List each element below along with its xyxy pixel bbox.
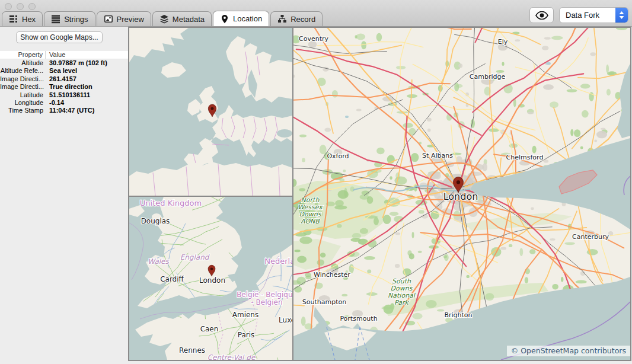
table-row[interactable]: Latitude 51.510136111 — [0, 91, 128, 99]
table-row[interactable]: Image Directi... True direction — [0, 83, 128, 91]
metadata-layers-icon — [159, 14, 169, 24]
hex-grid-icon — [9, 14, 18, 24]
table-row[interactable]: Altitude Refe... Sea level — [0, 67, 128, 75]
map-label: AONB — [301, 218, 320, 225]
tab-hex[interactable]: Hex — [2, 11, 43, 26]
minimize-button[interactable] — [17, 3, 24, 10]
map-label: Rennes — [179, 346, 205, 355]
tab-record[interactable]: Record — [270, 11, 323, 26]
map-label: Brighton — [444, 311, 472, 319]
value-cell: -0.14 — [46, 99, 64, 107]
value-cell: Sea level — [46, 67, 77, 75]
map-label: Coventry — [299, 35, 328, 43]
property-cell: Image Directi... — [0, 83, 46, 91]
tab-location[interactable]: Location — [213, 11, 269, 26]
property-cell: Latitude — [0, 91, 46, 99]
show-on-google-maps-button[interactable]: Show on Google Maps... — [16, 31, 103, 43]
map-label: Winchester — [314, 271, 350, 279]
map-label: Ely — [498, 38, 508, 46]
map-overview-europe[interactable] — [129, 28, 292, 196]
property-cell: Image Directi... — [0, 75, 46, 83]
popup-stepper-icon — [615, 8, 628, 23]
table-header-row: Property Value — [0, 51, 128, 59]
table-row[interactable]: Image Directi... 261.4157 — [0, 75, 128, 83]
location-sidebar: Show on Google Maps... Property Value Al… — [0, 27, 128, 364]
property-table: Property Value Altitude 30.97887 m (102 … — [0, 51, 128, 115]
table-row[interactable]: Altitude 30.97887 m (102 ft) — [0, 59, 128, 67]
map-label: Cambridge — [470, 73, 506, 81]
toolbar: Data Fork — [529, 7, 628, 23]
tab-label: Strings — [64, 15, 88, 24]
tab-label: Location — [233, 14, 262, 23]
map-label: Canterbury — [572, 233, 609, 241]
value-cell: 261.4157 — [46, 75, 76, 83]
property-cell: Longitude — [0, 99, 46, 107]
tab-bar: Hex Strings Preview Metadata — [2, 11, 324, 26]
map-label: Oxford — [327, 152, 349, 160]
eye-icon — [535, 11, 548, 20]
value-cell: 11:04:47 (UTC) — [46, 107, 94, 114]
map-label: Luxem — [279, 316, 292, 324]
property-column-header[interactable]: Property — [0, 51, 46, 59]
map-label: Chelmsford — [506, 154, 544, 161]
value-cell: 30.97887 m (102 ft) — [46, 59, 107, 67]
traffic-lights — [5, 3, 36, 10]
value-column-header[interactable]: Value — [46, 51, 65, 59]
map-label: Nederland — [264, 257, 292, 266]
property-cell: Altitude Refe... — [0, 67, 46, 75]
map-label: London — [199, 276, 225, 285]
tab-label: Metadata — [173, 15, 205, 24]
map-label: Wales — [148, 257, 169, 266]
property-cell: Altitude — [0, 59, 46, 67]
map-label: - Belgien — [251, 298, 282, 306]
preview-image-icon — [104, 14, 113, 24]
value-cell: True direction — [46, 83, 92, 91]
property-cell: Time Stamp — [0, 107, 46, 114]
tab-metadata[interactable]: Metadata — [152, 11, 212, 26]
map-label: Southampton — [302, 298, 346, 306]
fork-selector[interactable]: Data Fork — [559, 7, 628, 23]
table-row[interactable]: Time Stamp 11:04:47 (UTC) — [0, 107, 128, 114]
strings-lines-icon — [51, 14, 60, 24]
tab-strings[interactable]: Strings — [44, 11, 95, 26]
record-tree-icon — [277, 14, 287, 24]
map-label: Douglas — [141, 217, 170, 225]
map-label: Portsmouth — [340, 315, 377, 323]
map-label: Cardiff — [160, 275, 184, 283]
map-label: Amiens — [232, 311, 258, 319]
preview-eye-button[interactable] — [529, 7, 554, 23]
map-label: België - Belgique — [237, 290, 292, 299]
map-main-london[interactable]: Coventry Ely Cambridge Oxford St Albans … — [293, 28, 630, 360]
fork-selector-value: Data Fork — [566, 11, 599, 20]
map-label: St Albans — [422, 152, 453, 159]
tab-label: Hex — [22, 15, 36, 24]
osm-attribution[interactable]: © OpenStreetMap contributors — [507, 346, 630, 356]
map-overview-england[interactable]: United Kingdom Douglas Wales England Car… — [129, 197, 292, 360]
close-button[interactable] — [5, 3, 12, 10]
map-label: Caen — [200, 325, 219, 333]
value-cell: 51.510136111 — [46, 91, 90, 99]
map-label: Paris — [238, 331, 255, 339]
main-map-svg: Coventry Ely Cambridge Oxford St Albans … — [293, 28, 630, 360]
maps-area: United Kingdom Douglas Wales England Car… — [128, 27, 631, 361]
europe-map-svg — [129, 28, 292, 196]
tab-preview[interactable]: Preview — [97, 11, 151, 26]
map-label: London — [443, 191, 478, 202]
map-label: Centre-Val de — [208, 353, 256, 360]
table-row[interactable]: Longitude -0.14 — [0, 99, 128, 107]
map-label: United Kingdom — [140, 199, 202, 207]
map-label: England — [180, 253, 210, 261]
zoom-button[interactable] — [28, 3, 36, 10]
tab-label: Preview — [117, 15, 144, 24]
map-label: Park — [394, 299, 409, 306]
tab-label: Record — [291, 15, 315, 24]
england-map-svg: United Kingdom Douglas Wales England Car… — [129, 197, 292, 360]
window-titlebar: Hex Strings Preview Metadata — [0, 0, 632, 27]
location-pin-icon — [220, 14, 229, 24]
